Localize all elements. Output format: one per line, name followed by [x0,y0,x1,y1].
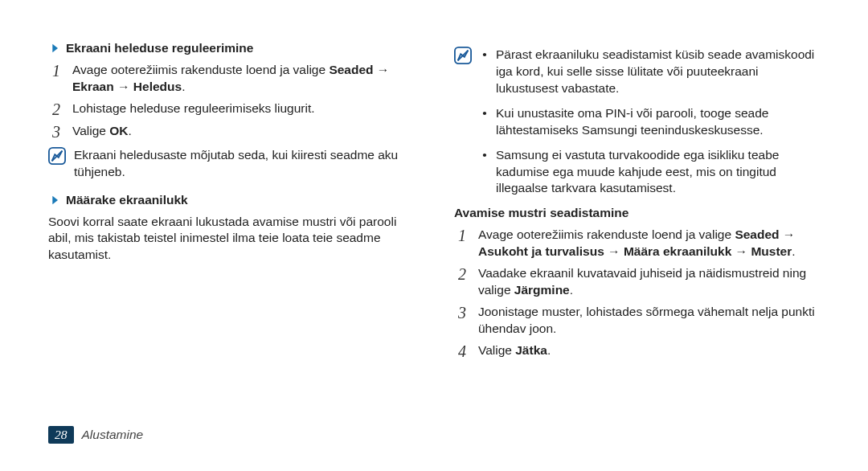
step-text: Avage ooterežiimis rakenduste loend ja v… [478,227,820,260]
bold: Määra ekraanilukk [624,244,731,258]
paragraph-screenlock: Soovi korral saate ekraani lukustada ava… [48,214,414,264]
text: Valige [72,124,109,137]
step-text: Joonistage muster, lohistades sõrmega vä… [478,304,820,338]
step-text: Lohistage heleduse reguleerimiseks liugu… [72,100,315,118]
chevron-right-icon [48,42,61,55]
text: . [182,80,185,93]
step-pattern-2: 2 Vaadake ekraanil kuvatavaid juhiseid j… [454,265,820,299]
bold: Heledus [133,80,182,93]
list-item: • Samsung ei vastuta turvakoodide ega is… [480,147,820,198]
footer-section-title: Alustamine [82,428,144,442]
step-pattern-1: 1 Avage ooterežiimis rakenduste loend ja… [454,227,820,260]
arrow: → [780,227,796,241]
note-screenlock-bullets: • Pärast ekraaniluku seadistamist küsib … [454,47,820,197]
info-icon [48,147,66,165]
step-brightness-1: 1 Avage ooterežiimis rakenduste loend ja… [48,62,414,96]
bullet-text: Pärast ekraaniluku seadistamist küsib se… [496,47,820,97]
bold: Seaded [735,227,779,241]
bullet-icon: • [480,147,489,198]
arrow: → [731,244,751,258]
bold: Asukoht ja turvalisus [478,244,604,258]
step-text: Valige Jätka. [478,342,551,360]
step-pattern-4: 4 Valige Jätka. [454,342,820,360]
heading-text: Ekraani heleduse reguleerimine [66,40,253,57]
step-text: Valige OK. [72,123,132,141]
arrow: → [374,63,390,76]
text: Valige [478,343,515,357]
bold: Seaded [329,63,373,76]
text: . [792,244,795,258]
arrow: → [114,80,133,93]
step-text: Vaadake ekraanil kuvatavaid juhiseid ja … [478,265,820,299]
text: Avage ooterežiimis rakenduste loend ja v… [72,63,329,76]
footer: 28 Alustamine [48,426,143,444]
subheading-pattern: Avamise mustri seadistamine [454,205,820,222]
heading-screenlock: Määrake ekraanilukk [48,192,414,209]
heading-text: Määrake ekraanilukk [66,192,188,209]
list-item: • Kui unustasite oma PIN-i või parooli, … [480,105,820,139]
step-pattern-3: 3 Joonistage muster, lohistades sõrmega … [454,304,820,338]
step-number: 2 [48,100,64,118]
bullet-icon: • [480,105,489,139]
text: . [547,343,551,357]
bullet-text: Samsung ei vastuta turvakoodide ega isik… [496,147,820,198]
list-item: • Pärast ekraaniluku seadistamist küsib … [480,47,820,97]
step-text: Avage ooterežiimis rakenduste loend ja v… [72,62,414,96]
step-number: 3 [454,304,470,338]
note-text: Ekraani heledusaste mõjutab seda, kui ki… [74,147,414,181]
step-brightness-2: 2 Lohistage heleduse reguleerimiseks liu… [48,100,414,118]
chevron-right-icon [48,194,61,207]
step-number: 1 [48,62,64,96]
bold: OK [109,124,128,137]
arrow: → [604,244,624,258]
bold: Muster [751,244,792,258]
bold: Järgmine [514,283,570,297]
left-column: Ekraani heleduse reguleerimine 1 Avage o… [48,40,414,365]
text: . [129,124,132,137]
info-icon [454,47,472,64]
step-brightness-3: 3 Valige OK. [48,123,414,141]
text: . [570,283,573,297]
bullet-text: Kui unustasite oma PIN-i või parooli, to… [496,105,820,139]
step-number: 4 [454,342,470,360]
bold: Ekraan [72,80,114,93]
text: Avage ooterežiimis rakenduste loend ja v… [478,227,735,241]
step-number: 2 [454,265,470,299]
note-bullet-list: • Pärast ekraaniluku seadistamist küsib … [480,47,820,197]
bullet-icon: • [480,47,489,97]
step-number: 1 [454,227,470,260]
right-column: • Pärast ekraaniluku seadistamist küsib … [454,40,820,365]
page-number-badge: 28 [48,426,74,444]
note-battery: Ekraani heledusaste mõjutab seda, kui ki… [48,147,414,181]
heading-brightness: Ekraani heleduse reguleerimine [48,40,414,57]
step-number: 3 [48,123,64,141]
bold: Jätka [515,343,547,357]
